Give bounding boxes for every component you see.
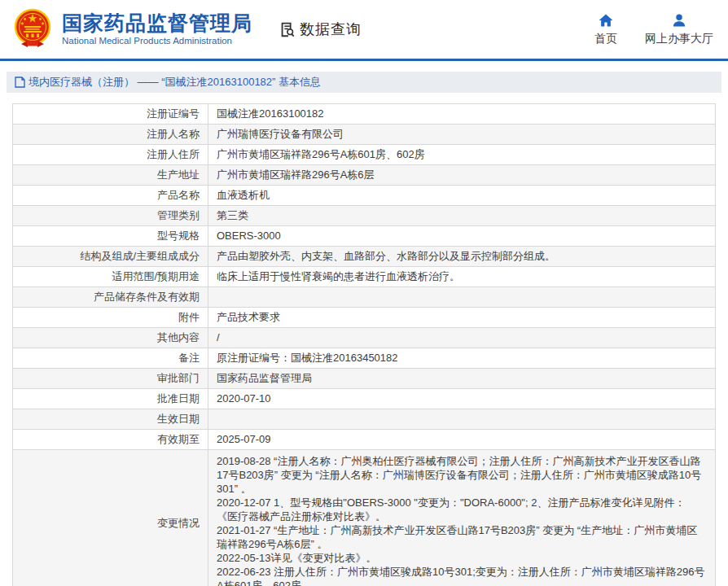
table-row: 管理类别第三类 xyxy=(13,206,716,226)
table-row: 注册证编号国械注准20163100182 xyxy=(13,104,716,125)
brand-text: 国家药品监督管理局 National Medical Products Admi… xyxy=(62,11,252,47)
breadcrumb: 境内医疗器械（注册） —— “国械注准20163100182” 基本信息 xyxy=(7,72,721,93)
row-label: 生产地址 xyxy=(13,165,208,186)
row-value: 产品由塑胶外壳、内支架、血路部分、水路部分以及显示控制部分组成。 xyxy=(208,247,716,267)
row-value: 产品技术要求 xyxy=(208,308,716,328)
table-row: 结构及组成/主要组成成分产品由塑胶外壳、内支架、血路部分、水路部分以及显示控制部… xyxy=(13,247,716,267)
row-value: 国家药品监督管理局 xyxy=(208,369,716,389)
nav-item-home[interactable]: 首页 xyxy=(594,12,617,46)
row-value: 广州瑞博医疗设备有限公司 xyxy=(208,125,716,145)
nav-item-label: 首页 xyxy=(594,32,617,46)
row-value: OBERS-3000 xyxy=(208,226,716,247)
home-icon xyxy=(598,12,614,28)
registration-info-table: 注册证编号国械注准20163100182注册人名称广州瑞博医疗设备有限公司注册人… xyxy=(12,103,716,586)
row-label: 变更情况 xyxy=(13,450,208,586)
row-value: 临床上适用于慢性肾衰竭的患者进行血液透析治疗。 xyxy=(208,267,716,287)
row-label: 附件 xyxy=(13,308,208,328)
table-row: 有效期至2025-07-09 xyxy=(13,430,716,450)
row-value: 2020-07-10 xyxy=(208,389,716,409)
row-label: 注册证编号 xyxy=(13,104,208,125)
document-icon xyxy=(15,77,25,88)
table-row: 其他内容/ xyxy=(13,328,716,348)
row-value xyxy=(208,287,716,308)
row-value: 2019-08-28 “注册人名称：广州奥柏仕医疗器械有限公司；注册人住所：广州… xyxy=(208,450,716,586)
row-value: 2025-07-09 xyxy=(208,430,716,450)
table-row: 注册人名称广州瑞博医疗设备有限公司 xyxy=(13,125,716,145)
table-row: 备注原注册证编号：国械注准20163450182 xyxy=(13,348,716,369)
table-row: 适用范围/预期用途临床上适用于慢性肾衰竭的患者进行血液透析治疗。 xyxy=(13,267,716,287)
registration-info-section: 注册证编号国械注准20163100182注册人名称广州瑞博医疗设备有限公司注册人… xyxy=(0,93,728,586)
breadcrumb-text: 境内医疗器械（注册） —— “国械注准20163100182” 基本信息 xyxy=(29,75,321,90)
data-query-icon xyxy=(278,20,296,38)
nav-item-label: 网上办事大厅 xyxy=(645,32,713,46)
row-label: 注册人名称 xyxy=(13,125,208,145)
row-label: 产品名称 xyxy=(13,186,208,206)
row-label: 审批部门 xyxy=(13,369,208,389)
site-header: 国家药品监督管理局 National Medical Products Admi… xyxy=(0,0,728,59)
table-row: 审批部门国家药品监督管理局 xyxy=(13,369,716,389)
row-label: 有效期至 xyxy=(13,430,208,450)
data-query-nav[interactable]: 数据查询 xyxy=(278,20,362,39)
org-name-zh: 国家药品监督管理局 xyxy=(62,11,252,34)
row-value: 第三类 xyxy=(208,206,716,226)
table-row: 生效日期 xyxy=(13,409,716,430)
table-row: 批准日期2020-07-10 xyxy=(13,389,716,409)
row-value: 广州市黄埔区瑞祥路296号A栋601房、602房 xyxy=(208,145,716,165)
row-label: 批准日期 xyxy=(13,389,208,409)
org-name-en: National Medical Products Administration xyxy=(62,35,252,47)
row-value: 国械注准20163100182 xyxy=(208,104,716,125)
user-icon xyxy=(671,12,687,28)
row-label: 产品储存条件及有效期 xyxy=(13,287,208,308)
row-value: 广州市黄埔区瑞祥路296号A栋6层 xyxy=(208,165,716,186)
row-value: 原注册证编号：国械注准20163450182 xyxy=(208,348,716,369)
national-emblem-icon xyxy=(13,8,52,50)
table-row: 变更情况2019-08-28 “注册人名称：广州奥柏仕医疗器械有限公司；注册人住… xyxy=(13,450,716,586)
row-label: 适用范围/预期用途 xyxy=(13,267,208,287)
table-row: 产品储存条件及有效期 xyxy=(13,287,716,308)
table-row: 注册人住所广州市黄埔区瑞祥路296号A栋601房、602房 xyxy=(13,145,716,165)
header-nav: 首页 网上办事大厅 xyxy=(594,12,717,46)
data-query-label: 数据查询 xyxy=(300,20,362,39)
row-label: 管理类别 xyxy=(13,206,208,226)
row-label: 备注 xyxy=(13,348,208,369)
table-row: 生产地址广州市黄埔区瑞祥路296号A栋6层 xyxy=(13,165,716,186)
row-label: 其他内容 xyxy=(13,328,208,348)
row-label: 生效日期 xyxy=(13,409,208,430)
row-value: / xyxy=(208,328,716,348)
row-label: 型号规格 xyxy=(13,226,208,247)
nav-item-online-hall[interactable]: 网上办事大厅 xyxy=(645,12,713,46)
table-row: 附件产品技术要求 xyxy=(13,308,716,328)
row-value xyxy=(208,409,716,430)
brand: 国家药品监督管理局 National Medical Products Admi… xyxy=(13,8,252,50)
table-row: 产品名称血液透析机 xyxy=(13,186,716,206)
row-label: 结构及组成/主要组成成分 xyxy=(13,247,208,267)
row-label: 注册人住所 xyxy=(13,145,208,165)
table-row: 型号规格OBERS-3000 xyxy=(13,226,716,247)
row-value: 血液透析机 xyxy=(208,186,716,206)
